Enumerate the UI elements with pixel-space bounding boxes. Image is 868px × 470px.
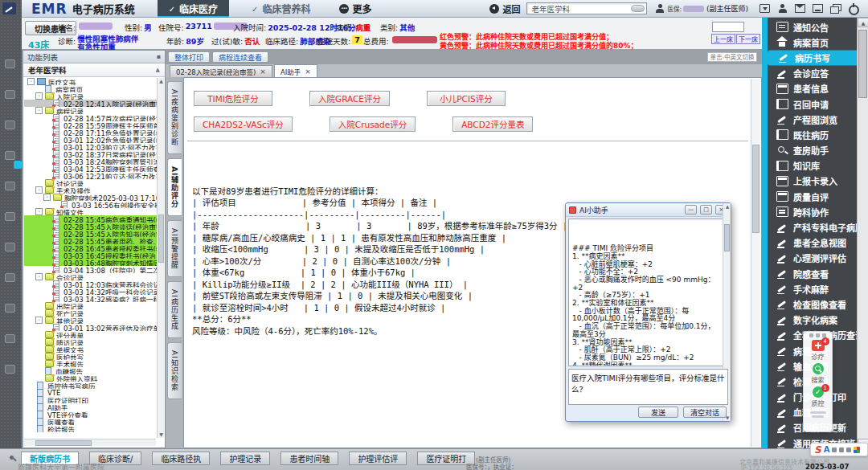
document-tab[interactable]: 02-28入院记录(经治审签) [170, 65, 272, 77]
sidebar-item[interactable]: 跨科协作 [768, 204, 857, 219]
tree-item[interactable]: 02-28 15:45病危病重通知书(经 [24, 215, 157, 223]
tree-item[interactable]: 03-06 12:21帕立达·阿不力孜主 [24, 172, 157, 179]
widget-link-icon[interactable] [809, 333, 813, 337]
sidebar-item[interactable]: 上报卡录入 [768, 174, 857, 189]
dock-item-icon[interactable] [5, 182, 15, 190]
tree-expander-icon[interactable] [43, 223, 51, 230]
tree-expander-icon[interactable] [43, 100, 51, 107]
score-button[interactable]: TIMI危险评分 [194, 91, 272, 106]
tree-expander-icon[interactable] [43, 288, 51, 295]
tree-expander-icon[interactable] [43, 157, 51, 165]
sidebar-item[interactable]: 知识库 [768, 158, 857, 174]
tree-horizontal-scrollbar[interactable] [24, 439, 156, 446]
score-button[interactable]: 入院Crusade评分 [330, 116, 416, 132]
tree-item[interactable]: 03-03 14:32呼吸一科会诊记录( [24, 288, 157, 295]
tree-item[interactable]: 02-28 17:11危急值处置记录(经 [24, 129, 157, 136]
tree-expander-icon[interactable] [27, 403, 35, 411]
ime-skin-icon[interactable] [854, 447, 860, 453]
scrollbar-thumb[interactable] [858, 30, 867, 98]
sidebar-item[interactable]: 质量自评 [768, 189, 857, 204]
score-button[interactable]: ABCD2评分量表 [452, 116, 533, 132]
department-selector[interactable]: 老年医学科 [526, 2, 647, 14]
print-all-button[interactable]: 整体打印 [168, 51, 210, 63]
tree-expander-icon[interactable] [43, 295, 51, 302]
dock-item-icon[interactable] [5, 90, 15, 99]
scrollbar-thumb[interactable] [724, 224, 730, 251]
tree-expander-icon[interactable] [27, 411, 35, 418]
tree-item[interactable]: 03-01 12:02危急值处置记录(经) [24, 136, 157, 143]
tree-expander-icon[interactable] [43, 244, 51, 251]
dropdown-icon[interactable] [760, 4, 770, 13]
sidebar-item[interactable]: 院感查看 [768, 266, 857, 281]
sidebar-item[interactable]: 手术麻醉 [768, 281, 857, 296]
tree-item[interactable]: 出院记录 [24, 302, 157, 309]
dock-item-icon[interactable] [5, 121, 15, 129]
tree-item[interactable]: 评分表单 [24, 331, 157, 338]
power-icon[interactable] [848, 4, 858, 13]
tree-item[interactable]: 医护共写 [24, 353, 157, 360]
dock-item-icon[interactable] [5, 365, 15, 374]
tree-item[interactable]: - 入院记录 [24, 92, 157, 100]
dialog-titlebar[interactable]: AI小助手 — □ × [566, 203, 731, 217]
tree-item[interactable]: 02-28 15:45患者用药、检查、治 [24, 237, 157, 244]
pin-icon[interactable]: ▪ [157, 53, 161, 60]
tree-expander-icon[interactable] [35, 302, 43, 309]
ai-side-tab[interactable]: AI辅助评分 [167, 158, 182, 216]
ime-logo-icon[interactable]: S [814, 444, 821, 456]
tree-expander-icon[interactable] [43, 121, 51, 129]
tree-expander-icon[interactable] [27, 425, 35, 432]
widget-item[interactable]: 4 诊疗 [812, 340, 825, 361]
tree-expander-icon[interactable]: - [35, 107, 43, 114]
ai-side-tab[interactable]: AI疾病鉴别诊断 [167, 81, 182, 154]
tree-item[interactable]: AI助手 [24, 403, 157, 411]
tree-item[interactable]: 死亡记录 [24, 309, 157, 317]
restore-icon[interactable] [830, 4, 841, 13]
sidebar-item[interactable]: 召回申请 [768, 96, 857, 112]
tree-expander-icon[interactable] [35, 345, 43, 353]
sidebar-scrollbar[interactable]: ▲ ▼ [857, 18, 868, 448]
tree-item[interactable]: VTE评分查看 [24, 411, 157, 418]
tree-expander-icon[interactable] [43, 143, 51, 150]
tree-item[interactable]: 外院带入资料 [24, 374, 157, 382]
tree-expander-icon[interactable] [27, 389, 35, 396]
tree-expander-icon[interactable] [27, 396, 35, 403]
dock-item-icon[interactable] [5, 243, 15, 251]
scrollbar-thumb[interactable] [752, 145, 760, 233]
back-button[interactable]: 返回 [489, 2, 520, 15]
tree-item[interactable]: 03-04 13:08（住院中）第二次知 [24, 266, 157, 273]
tree-item[interactable]: 03-01 13:02营养评估及治疗单( [24, 324, 157, 331]
tree-expander-icon[interactable] [35, 179, 43, 186]
tree-expander-icon[interactable] [43, 136, 51, 143]
department-group-header[interactable]: 老年医学科 ▲ [23, 63, 165, 77]
tree-item[interactable]: - 胸腔穿刺术2025-03-03 17:10:00 [24, 194, 157, 201]
tree-expander-icon[interactable] [43, 165, 51, 172]
tab-close-icon[interactable] [260, 67, 266, 76]
module-tab[interactable]: 护理记录 [220, 452, 270, 465]
tree-item[interactable]: 03-03 16:48胸腔穿刺术知情同 [24, 259, 157, 266]
department-selector-knob-icon[interactable] [631, 5, 645, 12]
tree-expander-icon[interactable] [35, 309, 43, 317]
dialog-minimize-icon[interactable]: — [685, 205, 697, 215]
tree-expander-icon[interactable] [35, 85, 43, 92]
floating-quick-widget[interactable]: 4 诊疗 搜索 1 质控 [803, 331, 833, 432]
tree-item[interactable]: - 其他记录 [24, 317, 157, 324]
tree-item[interactable]: 手术报告 [24, 360, 157, 367]
tree-item[interactable]: 血糖报告 [24, 367, 157, 374]
tree-item[interactable]: 03-03 16:56有创操作安全核查 [24, 201, 157, 208]
ime-mic-icon[interactable] [832, 448, 837, 452]
tree-item[interactable]: - 病程记录 [24, 107, 157, 114]
sidebar-item[interactable]: 心理测评评估 [768, 251, 857, 266]
scroll-up-icon[interactable]: ▲ [858, 18, 868, 27]
tree-item[interactable]: 02-28 15:45入院谈话(经治审签) [24, 223, 157, 230]
app-pin-icon[interactable] [2, 2, 16, 14]
ime-mode-icon[interactable]: A [824, 445, 830, 454]
sidebar-item[interactable]: 产程图浏览 [768, 112, 857, 127]
widget-item[interactable]: 1 质控 [812, 386, 825, 407]
tree-expander-icon[interactable] [43, 129, 51, 136]
score-button[interactable]: 入院GRACE评分 [309, 91, 390, 106]
ai-chat-input[interactable]: 医疗入院TIMI评分有哪些项目，评分标准是什么？ [568, 369, 728, 405]
tree-item[interactable]: - 手术及操作 [24, 186, 157, 194]
tree-expander-icon[interactable] [43, 215, 51, 223]
sidebar-item[interactable]: 既往病历 [768, 127, 857, 142]
tree-item[interactable]: 质控待书写病历 [24, 382, 157, 389]
